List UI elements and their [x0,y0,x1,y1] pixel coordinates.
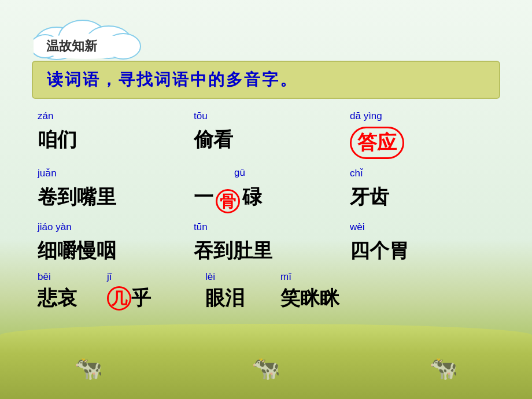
pinyin-ji: jī [107,271,153,283]
chinese-xiaomimi: 笑眯眯 [280,285,339,312]
cell-gu-pinyin: gū [188,166,344,180]
cell-chi-pinyin: chǐ [344,166,500,180]
cell-wei-pinyin: wèi [344,220,500,234]
cloud-container: 温故知新 [34,14,143,63]
chinese-yi: 一 [194,186,213,208]
cell-jiaoyuan-pinyin: jiáo yàn [32,220,188,234]
pinyin-gu: gū [234,167,245,178]
pinyin-tun: tūn [194,221,208,232]
cell-daying-pinyin: dā yìng [344,109,500,123]
cell-yachi: 牙齿 [344,183,500,215]
row-4-pinyin: bēi jī lèi mī [32,271,500,283]
cell-zan-pinyin: zán [32,109,188,123]
pinyin-jiaoyuan: jiáo yàn [38,221,72,232]
cell-jihu: 几 乎 [107,285,165,312]
cow-2: 🐄 [252,354,280,382]
chinese-lu: 碌 [242,186,262,208]
svg-text:温故知新: 温故知新 [46,39,98,53]
cell-tun-pinyin: tūn [188,220,344,234]
pinyin-juan: juǎn [38,168,57,179]
pinyin-zan: zán [38,110,53,121]
row-1-pinyin: zán tōu dā yìng [32,109,500,123]
chinese-xijiao: 细嚼慢咽 [38,240,116,261]
cell-tun: 吞到肚里 [188,237,344,265]
ji-circle: 几 [107,286,131,311]
cell-daying: 答应 [344,125,500,160]
chinese-wei: 四个胃 [350,240,409,261]
row-3-chinese: 细嚼慢咽 吞到肚里 四个胃 [32,237,500,265]
cell-juan-pinyin: juǎn [32,166,188,180]
chinese-toukan: 偷看 [194,129,233,150]
cow-area: 🐄 🐄 🐄 [0,324,532,382]
pinyin-tou: tōu [194,110,208,121]
cell-tou-pinyin: tōu [188,109,344,123]
pinyin-wei: wèi [350,221,365,232]
row-4-chinese: 悲哀 几 乎 眼泪 笑眯眯 [32,285,500,312]
row-1-chinese: 咱们 偷看 答应 [32,125,500,160]
banner-text: 读词语，寻找词语中的多音字。 [47,71,298,88]
chinese-hu: 乎 [131,285,151,312]
cow-3: 🐄 [429,354,458,382]
cell-toukan: 偷看 [188,125,344,160]
main-content: 读词语，寻找词语中的多音字。 zán tōu dā yìng 咱们 偷看 答应 … [32,61,500,312]
pinyin-bei: bēi [38,271,78,283]
chinese-tun: 吞到肚里 [194,240,272,261]
pinyin-lei: lèi [205,271,252,283]
chinese-zanmen: 咱们 [38,129,77,150]
pinyin-mi: mī [280,271,327,283]
cell-wei: 四个胃 [344,237,500,265]
cell-xijiao: 细嚼慢咽 [32,237,188,265]
chinese-gu: 骨 [220,193,236,210]
chinese-ji: 几 [111,290,127,308]
chinese-beiai: 悲哀 [38,285,84,312]
gu-circle: 骨 [216,189,240,213]
cell-gu-lu: 一 骨 碌 [188,183,344,215]
chinese-daying: 答应 [357,132,397,153]
cell-zanmen: 咱们 [32,125,188,160]
chinese-yachi: 牙齿 [350,186,389,208]
title-banner: 读词语，寻找词语中的多音字。 [32,61,500,99]
pinyin-daying: dā yìng [350,110,382,121]
row-2-chinese: 卷到嘴里 一 骨 碌 牙齿 [32,183,500,215]
cloud-svg: 温故知新 [34,14,143,61]
chinese-yanlei: 眼泪 [205,285,252,312]
cell-juan-zui: 卷到嘴里 [32,183,188,215]
daying-circle: 答应 [350,127,404,159]
pinyin-chi: chǐ [350,168,363,179]
cow-1: 🐄 [74,354,103,382]
row-2-pinyin: juǎn gū chǐ [32,166,500,180]
row-3-pinyin: jiáo yàn tūn wèi [32,220,500,234]
chinese-juanzuli: 卷到嘴里 [38,186,116,208]
